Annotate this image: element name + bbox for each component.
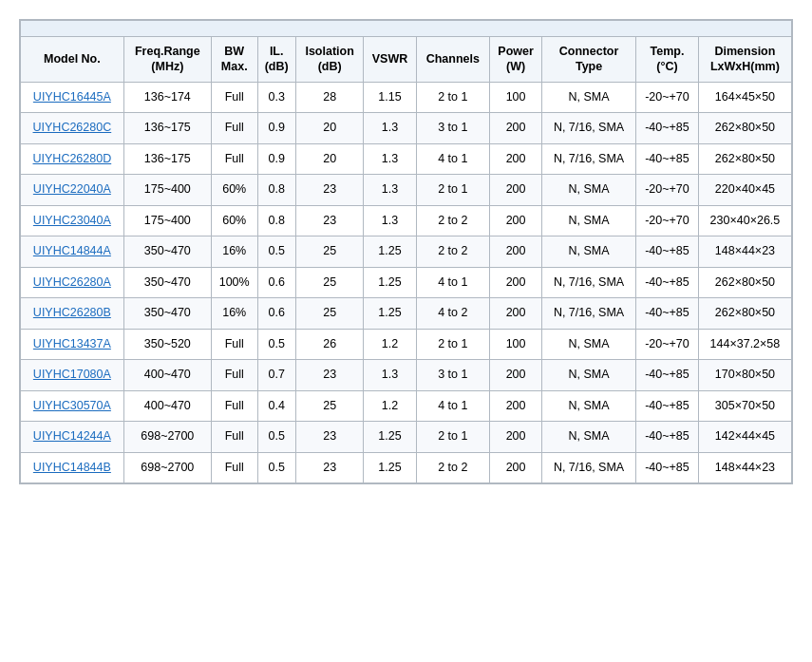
cell-connector: N, SMA bbox=[542, 422, 636, 453]
cell-model[interactable]: UIYHC16445A bbox=[21, 82, 124, 113]
cell-temp: -20~+70 bbox=[635, 175, 698, 206]
cell-temp: -20~+70 bbox=[635, 82, 698, 113]
cell-channels: 2 to 1 bbox=[416, 175, 489, 206]
table-row: UIYHC30570A400~470Full0.4251.24 to 1200N… bbox=[21, 390, 792, 422]
cell-vswr: 1.25 bbox=[364, 452, 416, 483]
model-link[interactable]: UIYHC26280A bbox=[33, 275, 111, 289]
cell-bw: Full bbox=[211, 82, 257, 113]
cell-vswr: 1.25 bbox=[364, 236, 416, 268]
cell-il: 0.5 bbox=[257, 236, 295, 268]
cell-vswr: 1.25 bbox=[364, 298, 416, 330]
cell-isolation: 20 bbox=[295, 113, 364, 144]
cell-model[interactable]: UIYHC14844B bbox=[21, 452, 124, 483]
cell-model[interactable]: UIYHC23040A bbox=[21, 205, 124, 236]
cell-vswr: 1.3 bbox=[364, 113, 416, 144]
table-body: UIYHC16445A136~174Full0.3281.152 to 1100… bbox=[21, 82, 792, 483]
model-link[interactable]: UIYHC14844B bbox=[33, 461, 111, 474]
cell-vswr: 1.2 bbox=[364, 390, 416, 422]
table-title bbox=[21, 21, 792, 37]
header-connector: ConnectorType bbox=[542, 37, 636, 83]
cell-temp: -40~+85 bbox=[635, 113, 698, 144]
cell-model[interactable]: UIYHC14844A bbox=[21, 236, 124, 268]
cell-power: 200 bbox=[489, 236, 541, 268]
model-link[interactable]: UIYHC22040A bbox=[33, 182, 111, 196]
cell-model[interactable]: UIYHC14244A bbox=[21, 422, 124, 453]
cell-il: 0.8 bbox=[257, 205, 295, 236]
cell-freq: 350~470 bbox=[123, 298, 211, 330]
table-row: UIYHC26280D136~175Full0.9201.34 to 1200N… bbox=[21, 143, 792, 175]
cell-dimension: 262×80×50 bbox=[698, 267, 791, 298]
cell-vswr: 1.3 bbox=[364, 175, 416, 206]
model-link[interactable]: UIYHC26280D bbox=[33, 152, 112, 165]
cell-dimension: 170×80×50 bbox=[698, 360, 791, 391]
cell-freq: 175~400 bbox=[123, 175, 211, 206]
cell-dimension: 230×40×26.5 bbox=[698, 205, 791, 236]
model-link[interactable]: UIYHC23040A bbox=[33, 214, 111, 227]
model-link[interactable]: UIYHC17080A bbox=[33, 368, 111, 381]
cell-connector: N, 7/16, SMA bbox=[542, 298, 636, 330]
cell-connector: N, SMA bbox=[542, 175, 636, 206]
cell-dimension: 262×80×50 bbox=[698, 143, 791, 175]
cell-model[interactable]: UIYHC26280A bbox=[21, 267, 124, 298]
model-link[interactable]: UIYHC30570A bbox=[33, 399, 111, 412]
cell-channels: 2 to 1 bbox=[416, 329, 489, 360]
cell-connector: N, 7/16, SMA bbox=[542, 143, 636, 175]
cell-model[interactable]: UIYHC17080A bbox=[21, 360, 124, 391]
table-row: UIYHC23040A175~40060%0.8231.32 to 2200N,… bbox=[21, 205, 792, 236]
cell-power: 200 bbox=[489, 360, 541, 391]
cell-bw: 100% bbox=[211, 267, 257, 298]
cell-il: 0.7 bbox=[257, 360, 295, 391]
cell-channels: 4 to 1 bbox=[416, 267, 489, 298]
header-power: Power(W) bbox=[489, 37, 541, 83]
cell-vswr: 1.2 bbox=[364, 329, 416, 360]
cell-il: 0.9 bbox=[257, 143, 295, 175]
cell-dimension: 142×44×45 bbox=[698, 422, 791, 453]
header-temp: Temp.(°C) bbox=[635, 37, 698, 83]
table-row: UIYHC26280B350~47016%0.6251.254 to 2200N… bbox=[21, 298, 792, 330]
cell-il: 0.6 bbox=[257, 267, 295, 298]
cell-model[interactable]: UIYHC30570A bbox=[21, 390, 124, 422]
table-row: UIYHC26280A350~470100%0.6251.254 to 1200… bbox=[21, 267, 792, 298]
cell-model[interactable]: UIYHC13437A bbox=[21, 329, 124, 360]
table-row: UIYHC13437A350~520Full0.5261.22 to 1100N… bbox=[21, 329, 792, 360]
cell-isolation: 23 bbox=[295, 360, 364, 391]
cell-isolation: 28 bbox=[295, 82, 364, 113]
cell-power: 200 bbox=[489, 143, 541, 175]
model-link[interactable]: UIYHC14844A bbox=[33, 244, 111, 257]
header-model: Model No. bbox=[21, 37, 124, 83]
cell-bw: Full bbox=[211, 452, 257, 483]
cell-freq: 350~470 bbox=[123, 267, 211, 298]
cell-connector: N, 7/16, SMA bbox=[542, 267, 636, 298]
model-link[interactable]: UIYHC14244A bbox=[33, 429, 111, 443]
table-row: UIYHC14844A350~47016%0.5251.252 to 2200N… bbox=[21, 236, 792, 268]
cell-connector: N, SMA bbox=[542, 82, 636, 113]
cell-isolation: 25 bbox=[295, 267, 364, 298]
cell-freq: 175~400 bbox=[123, 205, 211, 236]
cell-bw: Full bbox=[211, 143, 257, 175]
cell-connector: N, SMA bbox=[542, 390, 636, 422]
cell-model[interactable]: UIYHC26280D bbox=[21, 143, 124, 175]
model-link[interactable]: UIYHC13437A bbox=[33, 337, 111, 350]
table-row: UIYHC26280C136~175Full0.9201.33 to 1200N… bbox=[21, 113, 792, 144]
cell-il: 0.8 bbox=[257, 175, 295, 206]
cell-freq: 400~470 bbox=[123, 390, 211, 422]
cell-model[interactable]: UIYHC26280B bbox=[21, 298, 124, 330]
cell-connector: N, 7/16, SMA bbox=[542, 113, 636, 144]
cell-il: 0.4 bbox=[257, 390, 295, 422]
cell-dimension: 164×45×50 bbox=[698, 82, 791, 113]
cell-power: 200 bbox=[489, 205, 541, 236]
cell-isolation: 23 bbox=[295, 422, 364, 453]
model-link[interactable]: UIYHC26280C bbox=[33, 121, 112, 134]
cell-model[interactable]: UIYHC22040A bbox=[21, 175, 124, 206]
cell-power: 200 bbox=[489, 422, 541, 453]
cell-isolation: 25 bbox=[295, 236, 364, 268]
table-row: UIYHC17080A400~470Full0.7231.33 to 1200N… bbox=[21, 360, 792, 391]
table-row: UIYHC14844B698~2700Full0.5231.252 to 220… bbox=[21, 452, 792, 483]
model-link[interactable]: UIYHC26280B bbox=[33, 306, 111, 319]
model-link[interactable]: UIYHC16445A bbox=[33, 90, 111, 104]
table-title-row bbox=[21, 21, 792, 37]
cell-freq: 136~175 bbox=[123, 113, 211, 144]
header-freq: Freq.Range(MHz) bbox=[123, 37, 211, 83]
cell-model[interactable]: UIYHC26280C bbox=[21, 113, 124, 144]
cell-connector: N, SMA bbox=[542, 329, 636, 360]
